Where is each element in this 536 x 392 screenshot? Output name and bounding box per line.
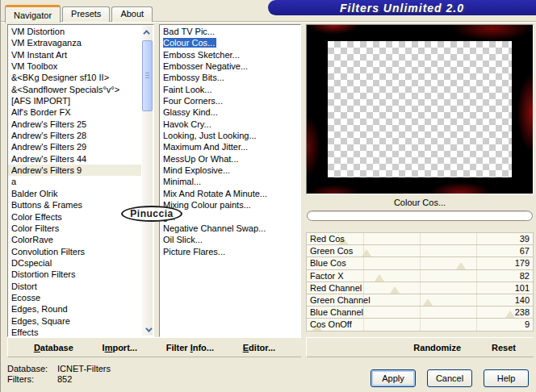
category-scrollbar[interactable]	[142, 26, 153, 336]
list-item-label: a	[11, 177, 18, 186]
list-item[interactable]: Four Corners...	[160, 95, 299, 106]
slider-row[interactable]: Factor X82	[306, 269, 534, 282]
list-item-label: VM Extravaganza	[11, 38, 83, 48]
list-item[interactable]: Edges, Round	[8, 303, 141, 315]
toolbar-button-filterinfo[interactable]: Filter Info...	[166, 343, 214, 352]
slider-handle[interactable]	[505, 311, 515, 318]
toolbar-button-import[interactable]: Import...	[103, 343, 137, 352]
toolbar-button-reset[interactable]: Reset	[492, 343, 516, 352]
slider-row[interactable]: Green Cos67	[306, 244, 534, 257]
list-item[interactable]: Negative Channel Swap...	[160, 223, 299, 234]
scroll-down-icon	[145, 325, 152, 332]
list-item[interactable]: DCspecial	[8, 257, 141, 269]
toolbar-button-label: Filter	[166, 343, 191, 352]
list-item[interactable]: Buttons & Frames	[8, 199, 141, 211]
toolbar-button-database[interactable]: Database	[34, 343, 73, 352]
toolbar-button-editor[interactable]: Editor...	[243, 343, 275, 352]
slider-handle[interactable]	[456, 262, 466, 269]
list-item[interactable]: [AFS IMPORT]	[8, 95, 141, 106]
list-item[interactable]: Effects	[8, 327, 141, 337]
list-item[interactable]: VM Instant Art	[8, 49, 141, 60]
list-item[interactable]: Picture Flares...	[160, 246, 299, 257]
list-item-label: Balder Olrik	[11, 189, 59, 198]
slider-value: 67	[520, 246, 530, 256]
list-item[interactable]: Distortion Filters	[8, 269, 141, 280]
slider-handle[interactable]	[390, 286, 400, 294]
list-item[interactable]: Emboss Sketcher...	[160, 49, 299, 60]
slider-tick	[363, 307, 364, 318]
list-item[interactable]: Mixing Colour paints...	[160, 199, 299, 211]
list-item-label: Distort	[11, 281, 39, 291]
list-item[interactable]: Andrew's Filters 44	[8, 153, 141, 165]
list-item[interactable]: Oil Slick...	[160, 234, 299, 245]
list-item[interactable]: Edges, Square	[8, 315, 141, 327]
list-item[interactable]: Embossy Bits...	[160, 72, 299, 83]
tab-about[interactable]: About	[111, 6, 153, 22]
list-item[interactable]: Andrew's Filters 28	[8, 130, 141, 141]
list-item[interactable]: Mind Explosive...	[160, 165, 299, 176]
list-item[interactable]: Havok Cry...	[160, 119, 299, 130]
list-item[interactable]: &<BKg Designer sf10 II>	[8, 72, 141, 83]
tab-bar: NavigatorPresetsAbout	[5, 4, 154, 22]
scrollbar-thumb[interactable]	[142, 40, 153, 111]
list-item[interactable]: Distort	[8, 281, 141, 292]
database-value: ICNET-Filters	[57, 364, 111, 374]
apply-button[interactable]: Apply	[371, 369, 416, 387]
list-item[interactable]: Glassy Kind...	[160, 106, 299, 118]
list-item-label: Faint Look...	[163, 85, 214, 94]
list-item-label: Andrew's Filters 44	[11, 154, 88, 164]
list-item[interactable]: &<Sandflower Specials°v°>	[8, 84, 141, 95]
list-item[interactable]: VM Extravaganza	[8, 37, 141, 48]
toolbar-button-label: E	[243, 343, 249, 352]
list-item[interactable]: ColorRave	[8, 234, 141, 245]
list-item-label: Color Effects	[11, 212, 64, 222]
list-item[interactable]: MessUp Or What...	[160, 153, 299, 165]
list-item[interactable]: Minimal...	[160, 176, 299, 187]
list-item[interactable]: Andrew's Filters 25	[8, 119, 141, 130]
list-item[interactable]: Looking, Just Looking...	[160, 130, 299, 141]
tab-navigator[interactable]: Navigator	[5, 5, 61, 23]
list-item[interactable]: Andrew's Filters 29	[8, 141, 141, 152]
list-item[interactable]: Colour Cos...	[160, 37, 299, 48]
list-item[interactable]: Maximum And Jitter...	[160, 141, 299, 152]
toolbar-button-randomize[interactable]: Randomize	[413, 343, 461, 352]
cancel-button[interactable]: Cancel	[427, 369, 472, 387]
slider-tick	[420, 307, 421, 318]
list-item[interactable]: a	[8, 176, 141, 187]
toolbar-button-label: D	[34, 343, 40, 352]
list-item[interactable]: Alf's Border FX	[8, 106, 141, 118]
list-item[interactable]: Balder Olrik	[8, 188, 141, 199]
slider-row[interactable]: Cos OnOff9	[306, 318, 534, 331]
list-item[interactable]: Bad TV Pic...	[160, 26, 299, 37]
list-item-label: Convolution Filters	[11, 247, 86, 256]
list-item[interactable]: Faint Look...	[160, 84, 299, 95]
slider-handle[interactable]	[423, 298, 433, 306]
slider-group: Red Cos39Green Cos67Blue Cos179Factor X8…	[306, 233, 534, 332]
help-button[interactable]: Help	[484, 369, 529, 387]
list-item[interactable]: Embosser Negative...	[160, 60, 299, 72]
list-item[interactable]: VM Distortion	[8, 26, 141, 37]
slider-tick	[363, 319, 364, 330]
scroll-up-button[interactable]	[142, 26, 153, 38]
list-item-label: Mix And Rotate A Minute...	[163, 189, 269, 198]
database-label: Database:	[7, 364, 57, 374]
slider-row[interactable]: Red Channel101	[306, 281, 534, 294]
slider-row[interactable]: Red Cos39	[306, 232, 534, 245]
slider-handle[interactable]	[362, 249, 371, 256]
tab-presets[interactable]: Presets	[62, 6, 110, 22]
slider-row[interactable]: Green Channel140	[306, 294, 534, 307]
list-item[interactable]: VM Toolbox	[8, 60, 141, 72]
list-item-label: Andrew's Filters 29	[11, 142, 88, 152]
slider-row[interactable]: Blue Channel238	[306, 306, 534, 319]
list-item-label: Four Corners...	[163, 96, 224, 106]
list-item[interactable]: Color Filters	[8, 223, 141, 234]
list-item[interactable]: Convolution Filters	[8, 246, 141, 257]
list-item[interactable]: Andrew's Filters 9	[8, 165, 141, 176]
preview-image[interactable]	[306, 24, 534, 194]
slider-handle[interactable]	[375, 274, 384, 281]
slider-tick	[420, 257, 421, 269]
scroll-down-button[interactable]	[142, 323, 153, 336]
list-item[interactable]: Ecosse	[8, 292, 141, 303]
slider-row[interactable]: Blue Cos179	[306, 256, 534, 269]
list-item[interactable]: Mix And Rotate A Minute...	[160, 188, 299, 199]
